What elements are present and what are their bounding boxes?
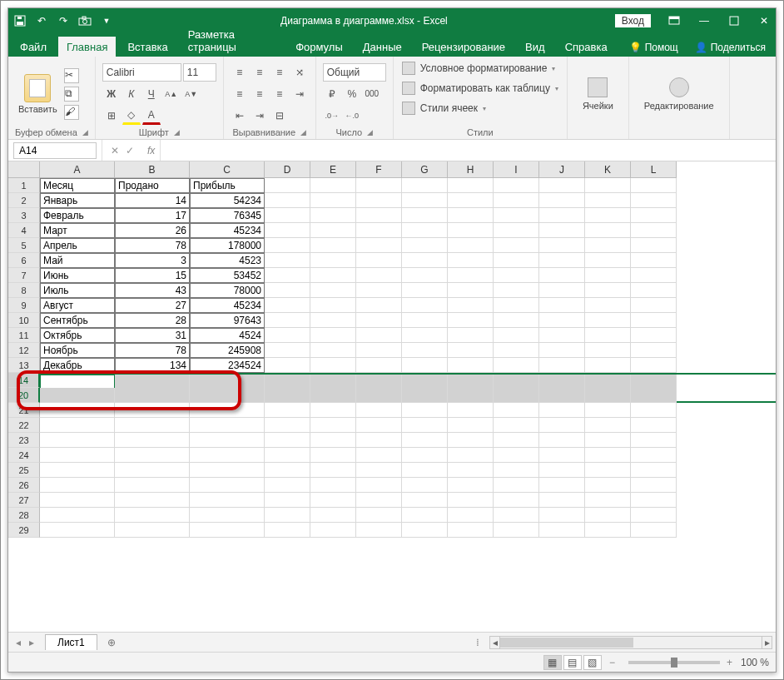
row-header[interactable]: 27 xyxy=(8,493,40,508)
cell[interactable] xyxy=(402,313,448,328)
merge-icon[interactable]: ⊟ xyxy=(270,107,289,125)
cell[interactable] xyxy=(310,313,356,328)
cell[interactable] xyxy=(310,223,356,238)
row-header[interactable]: 20 xyxy=(8,388,40,403)
column-header[interactable]: K xyxy=(585,161,631,178)
row-header[interactable]: 21 xyxy=(8,403,40,418)
tab-formulas[interactable]: Формулы xyxy=(287,37,351,57)
cell[interactable] xyxy=(356,358,402,373)
cell[interactable] xyxy=(265,178,310,193)
font-color-button[interactable]: A xyxy=(142,107,161,125)
row-header[interactable]: 2 xyxy=(8,193,40,208)
cell[interactable] xyxy=(310,508,356,523)
cell[interactable] xyxy=(115,388,190,403)
cell[interactable] xyxy=(585,418,631,433)
cell[interactable]: Май xyxy=(40,253,115,268)
cell[interactable] xyxy=(265,193,310,208)
scroll-left-icon[interactable]: ◂ xyxy=(490,637,500,648)
align-right-icon[interactable]: ≡ xyxy=(270,85,289,103)
cell[interactable] xyxy=(631,508,677,523)
cell[interactable] xyxy=(448,433,494,448)
ribbon-display-icon[interactable] xyxy=(667,14,681,27)
indent-decrease-icon[interactable]: ⇤ xyxy=(231,107,249,125)
cell[interactable] xyxy=(585,298,631,313)
cell[interactable] xyxy=(115,463,190,478)
sheet-nav-next-icon[interactable]: ▸ xyxy=(29,637,34,648)
row-header[interactable]: 22 xyxy=(8,418,40,433)
cell[interactable] xyxy=(402,358,448,373)
cell[interactable]: 245908 xyxy=(190,343,265,358)
cell[interactable] xyxy=(40,463,115,478)
cell[interactable] xyxy=(402,268,448,283)
align-left-icon[interactable]: ≡ xyxy=(231,85,249,103)
format-as-table-button[interactable]: Форматировать как таблицу▾ xyxy=(400,80,560,97)
conditional-formatting-button[interactable]: Условное форматирование▾ xyxy=(400,60,560,77)
cell[interactable]: 28 xyxy=(115,313,190,328)
cell[interactable] xyxy=(631,223,677,238)
column-header[interactable]: D xyxy=(265,161,310,178)
cell[interactable] xyxy=(265,343,310,358)
align-center-icon[interactable]: ≡ xyxy=(251,85,269,103)
cell[interactable] xyxy=(356,313,402,328)
cell[interactable] xyxy=(448,298,494,313)
cell[interactable] xyxy=(631,208,677,223)
cell[interactable]: Июль xyxy=(40,283,115,298)
cell[interactable] xyxy=(265,418,310,433)
cell[interactable] xyxy=(190,388,265,403)
cell[interactable] xyxy=(585,253,631,268)
cell[interactable] xyxy=(402,403,448,418)
column-header[interactable]: E xyxy=(310,161,356,178)
cell[interactable] xyxy=(539,508,585,523)
row-header[interactable]: 26 xyxy=(8,478,40,493)
maximize-icon[interactable] xyxy=(727,14,741,27)
align-bottom-icon[interactable]: ≡ xyxy=(270,63,289,82)
cell[interactable] xyxy=(356,343,402,358)
cell[interactable] xyxy=(265,358,310,373)
row-header[interactable]: 8 xyxy=(8,283,40,298)
cell[interactable] xyxy=(115,433,190,448)
cell[interactable] xyxy=(40,403,115,418)
cell[interactable] xyxy=(631,313,677,328)
column-header[interactable]: H xyxy=(448,161,494,178)
cell[interactable] xyxy=(631,388,677,403)
cell[interactable] xyxy=(539,403,585,418)
close-icon[interactable]: ✕ xyxy=(757,14,771,27)
cell[interactable] xyxy=(585,208,631,223)
cell[interactable] xyxy=(402,343,448,358)
cell[interactable] xyxy=(539,223,585,238)
align-top-icon[interactable]: ≡ xyxy=(231,63,249,82)
cell[interactable] xyxy=(402,493,448,508)
cell[interactable] xyxy=(265,388,310,403)
cell[interactable] xyxy=(310,448,356,463)
font-name-combo[interactable]: Calibri xyxy=(102,63,181,82)
cell[interactable] xyxy=(265,478,310,493)
cell[interactable] xyxy=(448,283,494,298)
column-header[interactable]: A xyxy=(40,161,115,178)
cell[interactable] xyxy=(494,178,539,193)
tab-help[interactable]: Справка xyxy=(557,37,616,57)
select-all-corner[interactable] xyxy=(8,161,40,178)
cell[interactable] xyxy=(585,313,631,328)
cell[interactable] xyxy=(448,448,494,463)
view-page-layout-icon[interactable]: ▤ xyxy=(563,655,582,670)
underline-button[interactable]: Ч xyxy=(142,85,161,103)
row-header[interactable]: 14 xyxy=(8,373,40,388)
cell[interactable] xyxy=(539,298,585,313)
cell[interactable] xyxy=(539,253,585,268)
row-header[interactable]: 13 xyxy=(8,358,40,373)
accept-formula-icon[interactable]: ✓ xyxy=(126,145,134,156)
cell[interactable] xyxy=(402,508,448,523)
cell[interactable] xyxy=(494,283,539,298)
cell[interactable] xyxy=(310,388,356,403)
cell[interactable] xyxy=(448,208,494,223)
cell[interactable] xyxy=(494,508,539,523)
cell[interactable]: 15 xyxy=(115,268,190,283)
row-header[interactable]: 4 xyxy=(8,223,40,238)
cell[interactable] xyxy=(631,328,677,343)
cell[interactable] xyxy=(539,388,585,403)
cell[interactable] xyxy=(356,493,402,508)
tab-home[interactable]: Главная xyxy=(58,37,116,57)
camera-icon[interactable] xyxy=(78,14,92,27)
cell[interactable] xyxy=(190,463,265,478)
cell[interactable] xyxy=(448,523,494,538)
